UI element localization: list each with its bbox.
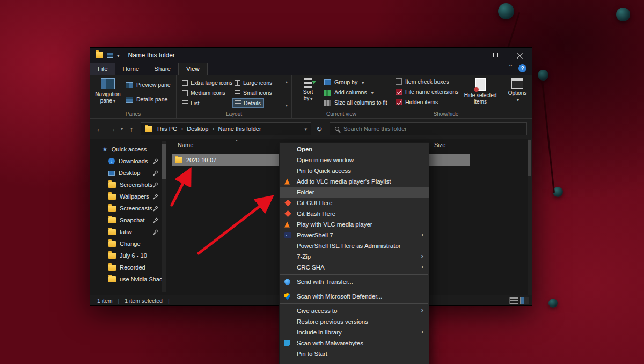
up-button[interactable] bbox=[126, 123, 137, 135]
sidebar-item-desktop[interactable]: Desktop bbox=[90, 167, 167, 179]
sidebar-scrollbar-thumb[interactable] bbox=[162, 144, 166, 179]
preview-pane-label: Preview pane bbox=[136, 82, 171, 88]
file-name-extensions-checkbox[interactable]: File name extensions bbox=[396, 89, 458, 95]
menu-item-folder[interactable]: Folder bbox=[280, 187, 429, 198]
menu-item-7zip[interactable]: 7-Zip bbox=[280, 251, 429, 262]
menu-item-include-library[interactable]: Include in library bbox=[280, 327, 429, 338]
menu-item-scan-defender[interactable]: Scan with Microsoft Defender... bbox=[280, 291, 429, 302]
menu-item-powershell-7[interactable]: PowerShell 7 bbox=[280, 230, 429, 241]
sidebar-item-wallpapers[interactable]: Wallpapers bbox=[90, 191, 167, 202]
preview-pane-icon bbox=[126, 82, 133, 88]
navigation-pane-button[interactable]: Navigation pane bbox=[93, 78, 122, 104]
item-check-boxes-checkbox[interactable]: Item check boxes bbox=[396, 78, 449, 85]
forward-button[interactable] bbox=[106, 123, 118, 135]
breadcrumb-this-pc[interactable]: This PC bbox=[156, 126, 177, 132]
group-by-button[interactable]: Group by bbox=[324, 79, 364, 85]
sidebar-item-screenshots[interactable]: Screenshots bbox=[90, 179, 167, 191]
sort-by-button[interactable]: Sort by bbox=[297, 78, 319, 102]
close-button[interactable] bbox=[508, 48, 532, 62]
back-button[interactable] bbox=[93, 123, 105, 135]
sidebar-item-recorded[interactable]: Recorded bbox=[90, 261, 167, 273]
menu-item-play-vlc[interactable]: Play with VLC media player bbox=[280, 219, 429, 230]
layout-extra-large-icons[interactable]: Extra large icons bbox=[180, 78, 235, 88]
collapse-ribbon-icon[interactable] bbox=[509, 65, 512, 72]
title-bar[interactable]: Name this folder bbox=[90, 48, 532, 62]
breadcrumb-desktop[interactable]: Desktop bbox=[187, 126, 208, 132]
recent-locations-button[interactable] bbox=[118, 123, 126, 135]
sidebar-item-july-6-10[interactable]: July 6 - 10 bbox=[90, 250, 167, 261]
add-columns-button[interactable]: Add columns bbox=[324, 89, 374, 96]
options-button[interactable]: Options bbox=[506, 78, 529, 103]
chevron-right-icon[interactable] bbox=[181, 125, 183, 133]
menu-item-crc-sha[interactable]: CRC SHA bbox=[280, 262, 429, 273]
search-box[interactable] bbox=[330, 122, 527, 135]
small-icons-icon bbox=[235, 90, 240, 96]
breadcrumb[interactable]: This PC Desktop Name this folder bbox=[141, 122, 311, 135]
menu-item-open-new-window[interactable]: Open in new window bbox=[280, 155, 429, 165]
search-input[interactable] bbox=[343, 126, 522, 132]
checkbox-unchecked-icon[interactable] bbox=[396, 78, 402, 85]
menu-item-give-access[interactable]: Give access to bbox=[280, 305, 429, 316]
scroll-down-icon[interactable] bbox=[286, 101, 288, 108]
sidebar-scrollbar[interactable] bbox=[162, 141, 166, 292]
breadcrumb-current[interactable]: Name this folder bbox=[218, 126, 261, 132]
layout-scrollbar[interactable] bbox=[284, 78, 289, 108]
maximize-button[interactable] bbox=[484, 48, 508, 62]
tab-view[interactable]: View bbox=[178, 63, 208, 75]
folder-icon bbox=[108, 229, 116, 235]
properties-icon[interactable] bbox=[107, 53, 113, 58]
help-icon[interactable] bbox=[518, 64, 526, 72]
submenu-arrow-icon bbox=[421, 230, 423, 238]
file-list-scrollbar[interactable] bbox=[528, 139, 532, 295]
file-list-scrollbar-thumb[interactable] bbox=[528, 140, 531, 176]
tab-file[interactable]: File bbox=[90, 63, 115, 75]
menu-item-send-transfer[interactable]: Send with Transfer... bbox=[280, 276, 429, 287]
menu-item-pin-quick-access[interactable]: Pin to Quick access bbox=[280, 165, 429, 176]
refresh-button[interactable] bbox=[313, 123, 325, 135]
menu-item-powershell-ise-admin[interactable]: PowerShell ISE Here as Administrator bbox=[280, 241, 429, 251]
layout-large-icons[interactable]: Large icons bbox=[232, 78, 274, 88]
layout-medium-icons[interactable]: Medium icons bbox=[180, 88, 228, 98]
menu-item-scan-malwarebytes[interactable]: Scan with Malwarebytes bbox=[280, 338, 429, 348]
layout-details[interactable]: Details bbox=[232, 98, 264, 108]
tab-share[interactable]: Share bbox=[147, 63, 178, 75]
menu-item-pin-to-start[interactable]: Pin to Start bbox=[280, 348, 429, 359]
sidebar-item-screencasts[interactable]: Screencasts bbox=[90, 202, 167, 214]
vlc-cone-icon bbox=[284, 222, 290, 228]
layout-list[interactable]: List bbox=[180, 98, 201, 108]
menu-item-add-vlc-playlist[interactable]: Add to VLC media player's Playlist bbox=[280, 176, 429, 187]
size-all-columns-button[interactable]: Size all columns to fit bbox=[324, 99, 387, 106]
hidden-items-checkbox[interactable]: Hidden items bbox=[396, 99, 438, 105]
details-pane-button[interactable]: Details pane bbox=[126, 96, 167, 103]
hide-selected-items-button[interactable]: Hide selected items bbox=[463, 78, 498, 105]
preview-pane-button[interactable]: Preview pane bbox=[126, 82, 171, 88]
menu-item-open[interactable]: Open bbox=[280, 144, 429, 155]
address-dropdown-caret-icon[interactable] bbox=[304, 126, 307, 132]
menu-item-git-bash[interactable]: Git Bash Here bbox=[280, 208, 429, 219]
minimize-button[interactable] bbox=[459, 48, 484, 62]
checkbox-checked-icon[interactable] bbox=[396, 99, 402, 105]
qat-dropdown-caret-icon[interactable] bbox=[117, 52, 120, 59]
menu-separator bbox=[280, 303, 428, 304]
chevron-right-icon[interactable] bbox=[212, 125, 214, 133]
git-icon bbox=[284, 210, 291, 217]
scroll-up-icon[interactable] bbox=[286, 78, 288, 84]
layout-small-icons[interactable]: Small icons bbox=[232, 88, 274, 98]
pushpin-icon bbox=[155, 206, 158, 209]
column-header-size[interactable]: Size bbox=[429, 139, 470, 151]
details-view-toggle-icon[interactable] bbox=[509, 297, 518, 304]
menu-item-git-gui[interactable]: Git GUI Here bbox=[280, 198, 429, 208]
column-header-name[interactable]: Name bbox=[178, 142, 193, 148]
group-label-current-view: Current view bbox=[292, 111, 391, 117]
sidebar-item-downloads[interactable]: Downloads bbox=[90, 155, 167, 167]
thumbnail-view-toggle-icon[interactable] bbox=[520, 297, 529, 304]
sidebar-item-snapchat[interactable]: Snapchat bbox=[90, 214, 167, 226]
sidebar-item-change[interactable]: Change bbox=[90, 238, 167, 250]
menu-item-restore-versions[interactable]: Restore previous versions bbox=[280, 316, 429, 327]
tab-home[interactable]: Home bbox=[115, 63, 147, 75]
sidebar-item-quick-access[interactable]: Quick access bbox=[90, 143, 167, 155]
selected-count: 1 item selected bbox=[125, 297, 163, 304]
sidebar-item-use-nvidia[interactable]: use Nvidia Shad bbox=[90, 273, 167, 285]
sidebar-item-fatiw[interactable]: fatiw bbox=[90, 226, 167, 238]
checkbox-checked-icon[interactable] bbox=[396, 89, 402, 95]
